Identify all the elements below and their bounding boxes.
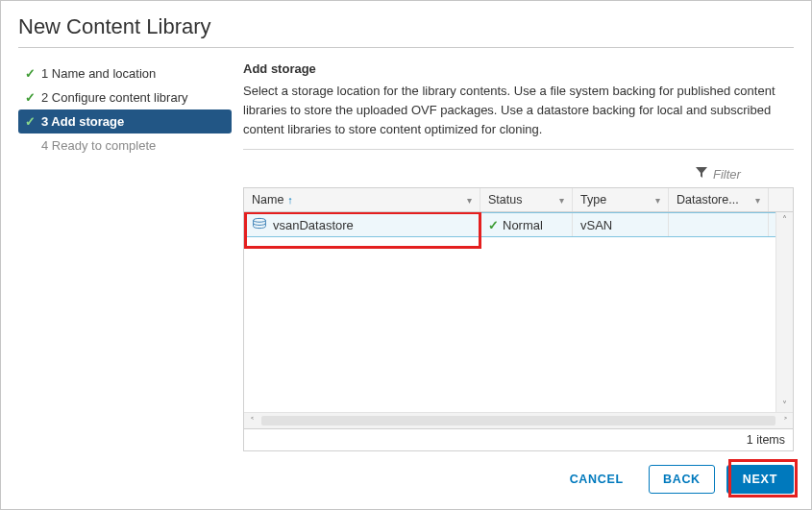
vertical-scrollbar[interactable]: ˄ ˅ xyxy=(775,212,793,412)
scroll-right-icon[interactable]: ˃ xyxy=(777,416,793,426)
grid-header: Name ↑ ▾ Status ▾ Type ▾ Datastore... xyxy=(244,188,793,212)
scroll-down-icon[interactable]: ˅ xyxy=(782,398,787,412)
svg-point-0 xyxy=(254,219,266,223)
title-separator xyxy=(18,47,794,48)
chevron-down-icon[interactable]: ▾ xyxy=(559,195,564,206)
column-label: Status xyxy=(488,193,522,206)
cell-status: ✓ Normal xyxy=(480,212,573,237)
chevron-down-icon[interactable]: ▾ xyxy=(655,195,660,206)
dialog-footer: CANCEL BACK NEXT xyxy=(1,451,811,509)
chevron-down-icon[interactable]: ▾ xyxy=(755,195,760,206)
column-label: Datastore... xyxy=(677,193,739,206)
next-button[interactable]: NEXT xyxy=(726,465,794,494)
step-configure-content-library[interactable]: ✓ 2 Configure content library xyxy=(18,85,232,109)
back-button[interactable]: BACK xyxy=(649,465,715,494)
column-header-spacer xyxy=(769,188,793,211)
scroll-left-icon[interactable]: ˂ xyxy=(244,416,259,426)
step-name-and-location[interactable]: ✓ 1 Name and location xyxy=(18,61,232,85)
scrollbar-track[interactable] xyxy=(261,416,775,425)
section-description: Select a storage location for the librar… xyxy=(243,82,794,139)
column-header-status[interactable]: Status ▾ xyxy=(480,188,573,211)
datastore-name: vsanDatastore xyxy=(273,218,354,232)
check-icon: ✓ xyxy=(22,114,37,129)
column-label: Type xyxy=(580,193,606,206)
datastore-grid: Name ↑ ▾ Status ▾ Type ▾ Datastore... xyxy=(243,187,794,451)
sort-ascending-icon: ↑ xyxy=(287,194,293,206)
step-label: 4 Ready to complete xyxy=(41,138,156,153)
cancel-button[interactable]: CANCEL xyxy=(556,466,637,493)
scroll-up-icon[interactable]: ˄ xyxy=(782,212,787,227)
cell-name: vsanDatastore xyxy=(244,212,480,237)
step-label: 3 Add storage xyxy=(41,114,124,129)
grid-rows: vsanDatastore ✓ Normal vSAN ˄ ˅ xyxy=(244,212,793,412)
cell-cluster xyxy=(669,212,769,237)
status-ok-icon: ✓ xyxy=(488,218,499,232)
filter-icon[interactable] xyxy=(696,167,707,182)
dialog-body: ✓ 1 Name and location ✓ 2 Configure cont… xyxy=(1,56,811,451)
column-header-name[interactable]: Name ↑ ▾ xyxy=(244,188,480,211)
grid-footer: 1 items xyxy=(244,428,793,450)
cell-type: vSAN xyxy=(573,212,669,237)
dialog-title: New Content Library xyxy=(1,1,811,47)
status-text: Normal xyxy=(503,218,543,232)
step-label: 1 Name and location xyxy=(41,66,156,81)
section-heading: Add storage xyxy=(243,61,794,76)
chevron-down-icon[interactable]: ▾ xyxy=(467,195,472,206)
datastore-icon xyxy=(252,217,273,232)
column-header-type[interactable]: Type ▾ xyxy=(573,188,669,211)
check-icon: ✓ xyxy=(22,90,37,105)
column-header-datastore-cluster[interactable]: Datastore... ▾ xyxy=(669,188,769,211)
main-panel: Add storage Select a storage location fo… xyxy=(232,56,794,451)
check-icon: ✓ xyxy=(22,66,37,81)
step-ready-to-complete: ✓ 4 Ready to complete xyxy=(18,134,232,158)
table-row[interactable]: vsanDatastore ✓ Normal vSAN xyxy=(244,212,793,237)
filter-bar xyxy=(243,167,794,187)
wizard-dialog: New Content Library ✓ 1 Name and locatio… xyxy=(0,0,812,510)
horizontal-scrollbar[interactable]: ˂ ˃ xyxy=(244,412,793,428)
section-separator xyxy=(243,149,794,150)
wizard-steps: ✓ 1 Name and location ✓ 2 Configure cont… xyxy=(18,56,232,451)
filter-input[interactable] xyxy=(713,167,790,182)
step-label: 2 Configure content library xyxy=(41,90,187,105)
step-add-storage[interactable]: ✓ 3 Add storage xyxy=(18,109,232,134)
column-label: Name xyxy=(252,193,283,206)
item-count: 1 items xyxy=(747,433,785,447)
